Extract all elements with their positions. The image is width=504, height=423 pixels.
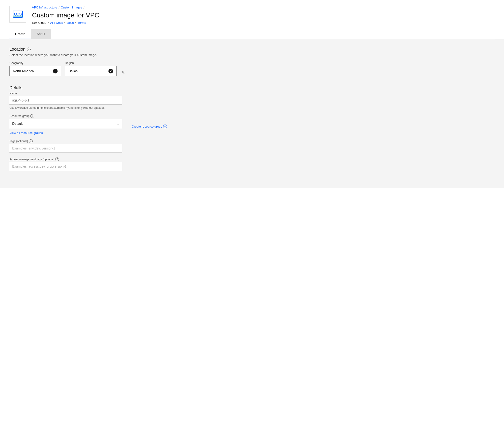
geography-check-icon: ✓ (53, 69, 58, 74)
ibm-cloud-label: IBM Cloud (32, 21, 46, 25)
edit-icon: ✎ (121, 70, 125, 75)
name-input[interactable] (9, 96, 122, 105)
geography-dropdown[interactable]: North America ✓ (9, 66, 61, 76)
region-label: Region (65, 61, 117, 65)
resource-group-label: Resource group i (9, 114, 495, 118)
access-tags-info-icon[interactable]: i (55, 158, 59, 161)
breadcrumb-custom-images-link[interactable]: Custom images (61, 6, 82, 9)
api-docs-link[interactable]: API Docs (50, 21, 63, 25)
svg-point-1 (14, 13, 17, 15)
tabs-bar: Create About (9, 29, 495, 39)
breadcrumb: VPC Infrastructure / Custom images / (32, 6, 99, 9)
create-resource-group-button[interactable]: Create resource group + (132, 124, 167, 128)
location-info-icon[interactable]: i (27, 48, 30, 51)
access-tags-field: Access management tags (optional) i (9, 158, 495, 171)
page-title: Custom image for VPC (32, 12, 99, 19)
location-desc: Select the location where you want to cr… (9, 53, 495, 57)
tab-create[interactable]: Create (9, 29, 31, 39)
dot3: • (75, 21, 76, 25)
resource-group-value: Default (12, 122, 23, 125)
chevron-down-icon: ⌄ (116, 121, 120, 126)
breadcrumb-vpc-link[interactable]: VPC Infrastructure (32, 6, 57, 9)
tags-input[interactable] (9, 144, 122, 153)
geography-label: Geography (9, 61, 61, 65)
svg-point-2 (17, 13, 19, 15)
region-value: Dallas (68, 69, 78, 73)
svg-rect-5 (13, 17, 23, 18)
dot1: • (48, 21, 49, 25)
product-logo (9, 6, 26, 23)
resource-group-field: Resource group i Default ⌄ Create resour… (9, 114, 495, 135)
location-fields-row: Geography North America ✓ Region Dallas … (9, 61, 495, 76)
resource-group-row: Default ⌄ Create resource group + (9, 119, 495, 128)
geography-field-group: Geography North America ✓ (9, 61, 61, 76)
tags-info-icon[interactable]: i (29, 139, 33, 143)
plus-circle-icon: + (163, 124, 167, 128)
view-all-resource-groups-link[interactable]: View all resource groups (9, 131, 495, 135)
docs-link[interactable]: Docs (67, 21, 74, 25)
location-section: Location i Select the location where you… (9, 47, 495, 76)
name-field: Name Use lowercase alphanumeric characte… (9, 92, 495, 110)
breadcrumb-sep2: / (84, 6, 84, 9)
name-label: Name (9, 92, 495, 95)
resource-group-dropdown[interactable]: Default ⌄ (9, 119, 122, 128)
access-tags-label: Access management tags (optional) i (9, 158, 495, 161)
tags-field: Tags (optional) i (9, 139, 495, 153)
page-meta: IBM Cloud • API Docs • Docs • Terms (32, 21, 99, 25)
region-field-group: Region Dallas ✓ (65, 61, 117, 76)
details-title: Details (9, 86, 495, 90)
dot2: • (64, 21, 65, 25)
tags-label: Tags (optional) i (9, 139, 495, 143)
details-section: Details Name Use lowercase alphanumeric … (9, 86, 495, 171)
terms-link[interactable]: Terms (78, 21, 86, 25)
svg-point-3 (19, 13, 21, 15)
access-tags-input[interactable] (9, 162, 122, 171)
svg-rect-4 (13, 16, 23, 17)
geography-value: North America (13, 69, 34, 73)
breadcrumb-sep1: / (59, 6, 60, 9)
region-dropdown[interactable]: Dallas ✓ (65, 66, 117, 76)
name-hint: Use lowercase alphanumeric characters an… (9, 106, 495, 110)
location-title: Location i (9, 47, 495, 52)
region-check-icon: ✓ (108, 69, 113, 74)
region-edit-button[interactable]: ✎ (120, 69, 126, 76)
tab-about[interactable]: About (31, 29, 51, 39)
resource-group-info-icon[interactable]: i (30, 114, 34, 118)
